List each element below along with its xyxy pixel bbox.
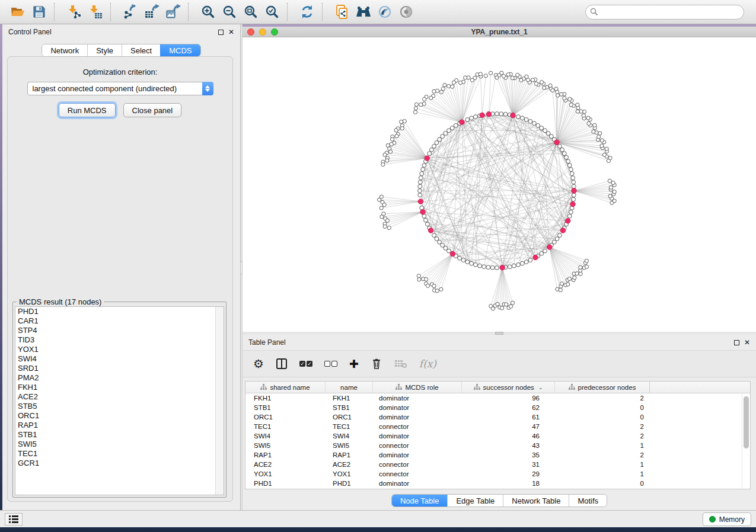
hide-details-icon[interactable] bbox=[374, 2, 395, 22]
graph-node[interactable] bbox=[611, 181, 615, 185]
graph-node[interactable] bbox=[439, 90, 443, 94]
graph-node[interactable] bbox=[546, 132, 550, 136]
mcds-result-item[interactable]: YOX1 bbox=[15, 345, 224, 354]
graph-node[interactable] bbox=[380, 215, 384, 219]
table-row[interactable]: PHD1PHD1dominator180 bbox=[245, 479, 750, 488]
graph-node[interactable] bbox=[560, 282, 563, 286]
graph-node[interactable] bbox=[564, 155, 569, 159]
refresh-icon[interactable] bbox=[296, 2, 318, 22]
graph-node[interactable] bbox=[439, 287, 443, 291]
graph-hub-node[interactable] bbox=[500, 265, 505, 270]
graph-node[interactable] bbox=[585, 259, 588, 262]
graph-node[interactable] bbox=[524, 118, 528, 122]
close-panel-button[interactable]: Close panel bbox=[123, 103, 182, 117]
mcds-result-item[interactable]: SWI4 bbox=[15, 354, 224, 364]
graph-node[interactable] bbox=[559, 288, 562, 291]
float-panel-icon[interactable] bbox=[218, 30, 224, 35]
close-panel-icon[interactable]: ✕ bbox=[228, 29, 234, 35]
graph-node[interactable] bbox=[470, 78, 474, 82]
export-image-icon[interactable] bbox=[162, 2, 184, 22]
graph-node[interactable] bbox=[443, 83, 446, 86]
graph-node[interactable] bbox=[566, 283, 570, 286]
graph-node[interactable] bbox=[465, 260, 470, 264]
create-column-icon[interactable]: ✚ bbox=[349, 355, 359, 373]
graph-node[interactable] bbox=[479, 72, 482, 76]
graph-node[interactable] bbox=[432, 89, 436, 93]
table-scrollbar-thumb[interactable] bbox=[744, 396, 749, 448]
graph-node[interactable] bbox=[419, 176, 423, 180]
graph-node[interactable] bbox=[484, 74, 487, 78]
graph-node[interactable] bbox=[576, 110, 579, 113]
graph-node[interactable] bbox=[598, 132, 602, 135]
mcds-result-item[interactable]: SWI5 bbox=[15, 440, 224, 449]
graph-node[interactable] bbox=[447, 249, 451, 253]
graph-node[interactable] bbox=[555, 237, 559, 241]
graph-node[interactable] bbox=[569, 168, 573, 172]
table-row[interactable]: SWI5SWI5connector431 bbox=[245, 441, 750, 450]
graph-node[interactable] bbox=[567, 214, 572, 219]
mcds-result-item[interactable]: GCR1 bbox=[15, 459, 224, 468]
graph-node[interactable] bbox=[378, 198, 381, 201]
graph-node[interactable] bbox=[519, 78, 523, 82]
mcds-result-item[interactable]: ORC1 bbox=[15, 411, 224, 421]
graph-node[interactable] bbox=[422, 164, 426, 168]
table-row[interactable]: TEC1TEC1connector472 bbox=[245, 422, 750, 431]
network-graph[interactable] bbox=[243, 37, 756, 332]
graph-node[interactable] bbox=[609, 185, 613, 189]
graph-node[interactable] bbox=[586, 116, 590, 120]
task-history-button[interactable] bbox=[5, 513, 23, 525]
mcds-result-item[interactable]: TID3 bbox=[15, 335, 224, 345]
float-panel-icon[interactable] bbox=[734, 340, 739, 345]
save-session-icon[interactable] bbox=[28, 2, 50, 22]
graph-node[interactable] bbox=[496, 302, 499, 306]
table-row[interactable]: ACE2ACE2connector311 bbox=[245, 460, 750, 469]
graph-node[interactable] bbox=[550, 134, 554, 139]
graph-hub-node[interactable] bbox=[450, 251, 455, 256]
graph-node[interactable] bbox=[441, 243, 445, 248]
graph-node[interactable] bbox=[553, 240, 557, 244]
graph-node[interactable] bbox=[381, 163, 385, 166]
graph-node[interactable] bbox=[414, 102, 418, 106]
graph-node[interactable] bbox=[426, 284, 429, 287]
mcds-result-item[interactable]: CAR1 bbox=[15, 316, 224, 326]
graph-node[interactable] bbox=[572, 184, 576, 188]
zoom-out-icon[interactable] bbox=[219, 2, 240, 22]
graph-node[interactable] bbox=[435, 289, 439, 293]
graph-node[interactable] bbox=[418, 189, 422, 193]
graph-node[interactable] bbox=[575, 272, 579, 275]
graph-node[interactable] bbox=[400, 127, 404, 130]
graph-node[interactable] bbox=[425, 277, 428, 281]
graph-node[interactable] bbox=[602, 153, 606, 156]
graph-node[interactable] bbox=[554, 87, 558, 91]
graph-node[interactable] bbox=[482, 265, 486, 269]
mcds-result-item[interactable]: STB1 bbox=[15, 430, 224, 440]
graph-node[interactable] bbox=[435, 237, 439, 241]
graph-node[interactable] bbox=[418, 193, 422, 197]
graph-node[interactable] bbox=[567, 164, 572, 168]
graph-node[interactable] bbox=[419, 103, 423, 107]
graph-hub-node[interactable] bbox=[428, 228, 433, 233]
graph-node[interactable] bbox=[551, 89, 554, 92]
graph-node[interactable] bbox=[450, 126, 454, 130]
graph-node[interactable] bbox=[435, 141, 439, 145]
graph-node[interactable] bbox=[528, 120, 532, 124]
graph-node[interactable] bbox=[458, 256, 462, 260]
graph-node[interactable] bbox=[540, 81, 543, 84]
graph-node[interactable] bbox=[558, 144, 562, 148]
tab-motifs[interactable]: Motifs bbox=[569, 495, 607, 507]
graph-node[interactable] bbox=[391, 137, 394, 141]
graph-node[interactable] bbox=[454, 124, 458, 128]
graph-hub-node[interactable] bbox=[572, 188, 576, 193]
graph-node[interactable] bbox=[505, 303, 508, 306]
column-header-successor-nodes[interactable]: successor nodes⌄ bbox=[462, 382, 555, 393]
graph-hub-node[interactable] bbox=[418, 199, 423, 204]
import-network-icon[interactable] bbox=[63, 2, 85, 22]
graph-node[interactable] bbox=[422, 214, 426, 219]
column-header-name[interactable]: name bbox=[326, 382, 373, 393]
graph-node[interactable] bbox=[540, 126, 544, 130]
graph-node[interactable] bbox=[579, 272, 582, 275]
graph-node[interactable] bbox=[490, 265, 495, 270]
graph-node[interactable] bbox=[540, 252, 544, 256]
graph-node[interactable] bbox=[432, 144, 436, 148]
graph-node[interactable] bbox=[464, 76, 467, 79]
